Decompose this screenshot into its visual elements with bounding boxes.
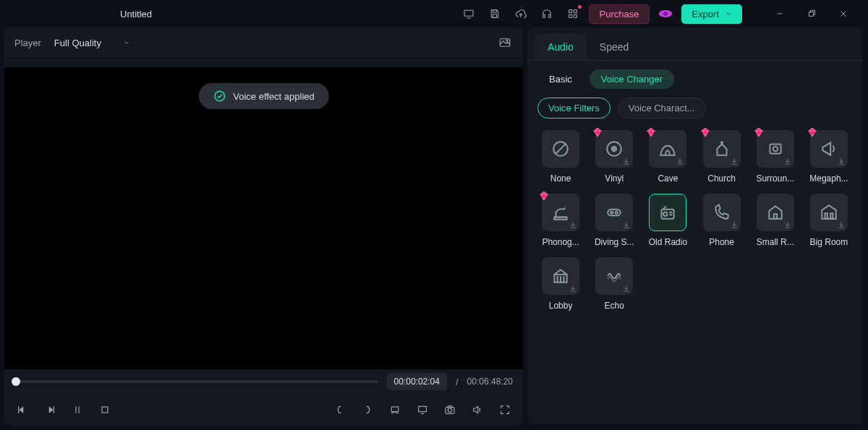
stop-button[interactable]: [97, 402, 113, 418]
filter-label: Old Radio: [649, 237, 687, 247]
download-icon: [837, 157, 846, 165]
pause-button[interactable]: [69, 402, 85, 418]
download-icon: [569, 284, 577, 293]
filter-label: Cave: [658, 173, 678, 184]
mark-in-button[interactable]: [332, 402, 348, 418]
svg-rect-29: [493, 10, 496, 12]
export-button[interactable]: Export: [681, 4, 742, 24]
voice-chip-row: Voice Filters Voice Charact...: [527, 98, 862, 130]
download-icon: [676, 157, 684, 165]
svg-rect-34: [569, 10, 571, 13]
svg-rect-35: [574, 10, 576, 13]
filter-echo[interactable]: Echo: [591, 257, 637, 311]
current-time[interactable]: 00:00:02:04: [387, 373, 447, 390]
inspector-tabs: Audio Speed: [527, 27, 862, 61]
toast: Voice effect applied: [198, 83, 329, 109]
svg-marker-49: [49, 406, 54, 413]
filter-icon-megaphone: [810, 130, 848, 168]
subtab-basic[interactable]: Basic: [537, 69, 584, 89]
filter-icon-none: [542, 130, 579, 168]
chip-voice-filters[interactable]: Voice Filters: [537, 98, 610, 119]
filter-phone[interactable]: Phone: [698, 194, 744, 247]
seek-thumb[interactable]: [12, 377, 20, 386]
svg-rect-33: [548, 14, 550, 17]
display-icon[interactable]: [414, 402, 430, 418]
premium-diamond-icon: [538, 190, 550, 202]
filter-cave[interactable]: Cave: [644, 130, 691, 184]
svg-rect-32: [542, 14, 545, 17]
svg-point-46: [214, 91, 224, 101]
video-preview[interactable]: Voice effect applied: [4, 58, 523, 369]
filter-icon-oldradio: [649, 194, 686, 231]
filter-label: Big Room: [810, 237, 848, 247]
tab-audio[interactable]: Audio: [535, 34, 587, 60]
premium-diamond-icon: [592, 126, 603, 138]
filter-none[interactable]: None: [537, 130, 584, 184]
svg-rect-53: [102, 407, 108, 413]
svg-rect-55: [419, 406, 427, 411]
filter-icon-cave: [649, 130, 686, 168]
filter-bigroom[interactable]: Big Room: [806, 194, 852, 247]
voice-filters-grid: NoneVinylCaveChurchSurroun...Megaph...Ph…: [527, 130, 862, 311]
filter-megaphone[interactable]: Megaph...: [806, 130, 852, 184]
filter-diving[interactable]: Diving S...: [591, 194, 637, 247]
svg-marker-47: [19, 406, 23, 413]
svg-rect-54: [391, 407, 398, 412]
close-button[interactable]: [830, 4, 856, 24]
fullscreen-icon[interactable]: [497, 402, 513, 418]
filter-church[interactable]: Church: [698, 130, 744, 184]
minimize-button[interactable]: [767, 4, 793, 24]
filter-oldradio[interactable]: Old Radio: [644, 194, 691, 247]
subtab-voice-changer[interactable]: Voice Changer: [590, 69, 674, 89]
filter-label: Diving S...: [595, 237, 634, 247]
chip-voice-characters[interactable]: Voice Charact...: [618, 98, 706, 119]
filter-icon-phonograph: [542, 194, 579, 231]
main-area: Player Full Quality Voice effect applied…: [0, 27, 868, 430]
premium-diamond-icon: [699, 126, 711, 138]
svg-rect-59: [448, 406, 451, 408]
filter-icon-surround: [757, 130, 794, 168]
snapshot-icon[interactable]: [497, 35, 513, 51]
cloud-upload-icon[interactable]: [511, 4, 531, 24]
seek-track[interactable]: [14, 380, 378, 383]
maximize-button[interactable]: [799, 4, 825, 24]
filter-vinyl[interactable]: Vinyl: [591, 130, 637, 184]
svg-rect-30: [493, 14, 496, 18]
mark-out-button[interactable]: [359, 402, 375, 418]
markers-icon[interactable]: [387, 402, 403, 418]
total-duration: 00:06:48:20: [467, 377, 513, 387]
download-icon: [622, 157, 631, 165]
filter-phonograph[interactable]: Phonog...: [537, 194, 584, 247]
filter-lobby[interactable]: Lobby: [537, 257, 584, 311]
svg-rect-41: [809, 12, 814, 17]
filter-icon-smallroom: [757, 194, 794, 231]
filter-label: Vinyl: [605, 173, 624, 184]
titlebar: Untitled Purchase Export: [0, 0, 868, 27]
eye-icon[interactable]: [655, 4, 676, 24]
headphones-icon[interactable]: [537, 4, 557, 24]
camera-icon[interactable]: [442, 402, 458, 418]
tab-speed[interactable]: Speed: [587, 34, 642, 60]
filter-label: Phone: [709, 237, 734, 247]
volume-icon[interactable]: [469, 402, 485, 418]
filter-smallroom[interactable]: Small R...: [752, 194, 799, 247]
monitor-icon[interactable]: [459, 4, 479, 24]
filter-surround[interactable]: Surroun...: [752, 130, 799, 184]
quality-dropdown[interactable]: Full Quality: [54, 38, 130, 48]
timeline: 00:00:02:04 / 00:06:48:20: [4, 369, 523, 394]
next-frame-button[interactable]: [42, 402, 58, 418]
filter-label: Megaph...: [809, 173, 848, 184]
audio-subtabs: Basic Voice Changer: [527, 61, 862, 98]
svg-point-39: [663, 12, 668, 16]
player-controls: [4, 394, 523, 426]
player-panel: Player Full Quality Voice effect applied…: [4, 27, 523, 426]
time-separator: /: [456, 377, 459, 387]
inspector-panel: Audio Speed Basic Voice Changer Voice Fi…: [527, 27, 862, 424]
save-icon[interactable]: [485, 4, 505, 24]
prev-frame-button[interactable]: [14, 402, 30, 418]
filter-label: Echo: [605, 301, 624, 311]
filter-label: None: [550, 173, 571, 184]
project-title: Untitled: [120, 9, 152, 20]
apps-icon[interactable]: [563, 4, 583, 24]
purchase-button[interactable]: Purchase: [589, 4, 650, 24]
